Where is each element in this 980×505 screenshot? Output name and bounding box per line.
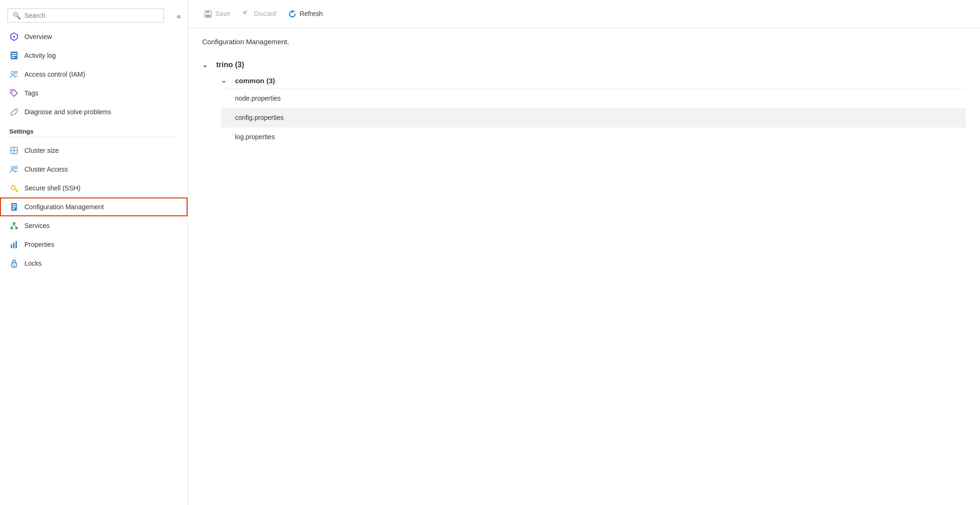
- main-content: Save Discard Refresh Configuration Manag…: [188, 0, 980, 505]
- svg-rect-3: [12, 53, 16, 54]
- sidebar-item-access-control[interactable]: Access control (IAM): [0, 65, 188, 84]
- sidebar-item-label: Activity log: [24, 52, 56, 59]
- svg-rect-21: [12, 206, 16, 207]
- content-area: Configuration Management. ⌄ trino (3) ⌄ …: [188, 28, 980, 505]
- tree-child-label: common (3): [235, 77, 275, 85]
- svg-rect-30: [16, 241, 17, 248]
- save-button[interactable]: Save: [199, 7, 235, 21]
- sidebar-item-label: Services: [24, 222, 50, 229]
- people-icon: [9, 70, 19, 79]
- sidebar-scroll: Overview Activity log: [0, 27, 188, 505]
- sidebar-item-tags[interactable]: Tags: [0, 84, 188, 103]
- sidebar-item-activity-log[interactable]: Activity log: [0, 46, 188, 65]
- svg-point-32: [14, 265, 15, 266]
- bar-chart-icon: [9, 240, 19, 249]
- svg-point-14: [15, 166, 17, 169]
- resize-icon: [9, 146, 19, 155]
- sidebar-item-diagnose[interactable]: Diagnose and solve problems: [0, 103, 188, 121]
- refresh-button[interactable]: Refresh: [283, 7, 327, 21]
- sidebar-item-label: Secure shell (SSH): [24, 184, 80, 192]
- svg-rect-34: [206, 11, 209, 13]
- page-title: Configuration Management.: [202, 38, 966, 46]
- discard-icon: [243, 9, 251, 18]
- svg-point-15: [11, 186, 15, 189]
- document-icon: [9, 51, 19, 60]
- search-input[interactable]: [24, 12, 159, 19]
- svg-rect-4: [12, 55, 16, 56]
- discard-label: Discard: [254, 10, 276, 17]
- services-icon: [9, 221, 19, 230]
- sidebar-item-services[interactable]: Services: [0, 216, 188, 235]
- search-icon: 🔍: [13, 12, 21, 19]
- svg-rect-29: [13, 243, 15, 248]
- sidebar: 🔍 « Overview: [0, 0, 188, 505]
- sidebar-item-locks[interactable]: Locks: [0, 254, 188, 273]
- collapse-button[interactable]: «: [174, 10, 184, 23]
- svg-line-9: [14, 109, 16, 110]
- sidebar-item-overview[interactable]: Overview: [0, 27, 188, 46]
- toolbar: Save Discard Refresh: [188, 0, 980, 28]
- svg-point-8: [12, 91, 14, 93]
- people-2-icon: [9, 165, 19, 174]
- tag-icon: [9, 88, 19, 98]
- refresh-label: Refresh: [299, 10, 322, 17]
- file-icon: [9, 202, 19, 212]
- svg-rect-28: [11, 245, 12, 248]
- svg-point-6: [11, 71, 14, 74]
- tree-leaf-node-properties[interactable]: node.properties: [221, 88, 966, 108]
- tree-leaf-label: log.properties: [235, 133, 275, 141]
- svg-point-25: [16, 227, 18, 229]
- refresh-icon: [288, 9, 297, 18]
- tree-child-header[interactable]: ⌄ common (3): [221, 73, 966, 88]
- svg-line-27: [14, 225, 16, 227]
- sidebar-item-label: Properties: [24, 241, 55, 248]
- svg-rect-5: [12, 57, 15, 58]
- tree-root-label: trino (3): [216, 61, 244, 69]
- search-bar[interactable]: 🔍: [8, 8, 164, 23]
- key-icon: [9, 183, 19, 193]
- tree-root-header[interactable]: ⌄ trino (3): [202, 57, 966, 73]
- settings-section-label: Settings: [0, 121, 188, 137]
- tree-leaf-config-properties[interactable]: config.properties: [221, 108, 966, 127]
- sidebar-item-label: Access control (IAM): [24, 71, 85, 78]
- sidebar-item-cluster-size[interactable]: Cluster size: [0, 141, 188, 160]
- tree-leaf-label: node.properties: [235, 95, 281, 102]
- sidebar-item-label: Overview: [24, 33, 52, 40]
- tree-child-chevron: ⌄: [221, 77, 230, 84]
- sidebar-item-label: Cluster Access: [24, 166, 68, 173]
- sidebar-item-label: Diagnose and solve problems: [24, 108, 111, 116]
- tree-leaf-log-properties[interactable]: log.properties: [221, 127, 966, 146]
- sidebar-item-label: Tags: [24, 89, 39, 97]
- discard-button[interactable]: Discard: [238, 7, 281, 21]
- svg-point-7: [15, 71, 17, 74]
- tree-root-chevron: ⌄: [202, 61, 212, 69]
- sidebar-item-cluster-access[interactable]: Cluster Access: [0, 160, 188, 179]
- save-label: Save: [215, 10, 230, 17]
- svg-point-23: [13, 222, 16, 225]
- svg-rect-20: [12, 205, 16, 205]
- sidebar-item-label: Configuration Management: [24, 203, 104, 211]
- tree-root: ⌄ trino (3) ⌄ common (3) node.properties…: [202, 57, 966, 146]
- svg-rect-35: [206, 15, 211, 17]
- svg-line-26: [12, 225, 14, 227]
- sidebar-item-secure-shell[interactable]: Secure shell (SSH): [0, 179, 188, 197]
- settings-divider: [9, 137, 178, 137]
- save-icon: [204, 9, 212, 18]
- wrench-icon: [9, 107, 19, 117]
- svg-point-1: [13, 36, 15, 38]
- sidebar-item-properties[interactable]: Properties: [0, 235, 188, 254]
- sidebar-item-configuration-management[interactable]: Configuration Management: [0, 197, 188, 216]
- tree-leaf-label: config.properties: [235, 114, 284, 121]
- svg-point-13: [11, 166, 14, 169]
- lock-icon: [9, 259, 19, 268]
- sidebar-item-label: Locks: [24, 260, 42, 267]
- svg-point-24: [11, 227, 13, 229]
- tree-children: ⌄ common (3) node.properties config.prop…: [202, 73, 966, 146]
- svg-rect-22: [12, 208, 15, 209]
- hexagon-icon: [9, 32, 19, 41]
- sidebar-item-label: Cluster size: [24, 147, 59, 154]
